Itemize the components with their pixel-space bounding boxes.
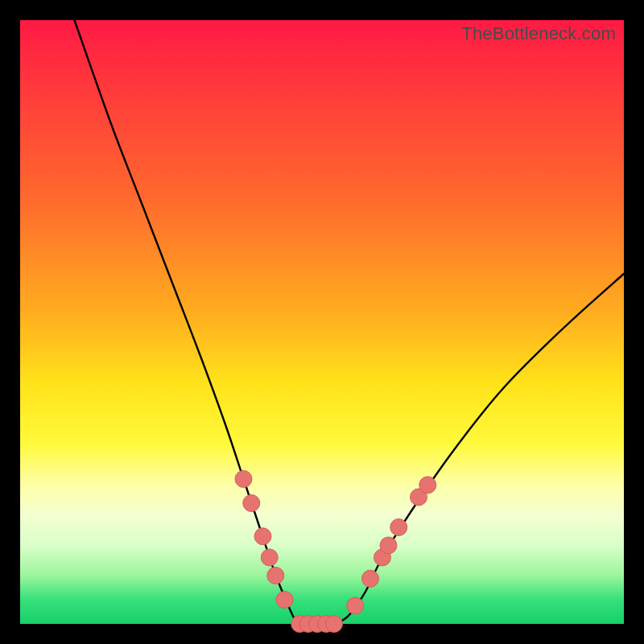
curve-marker: [419, 477, 436, 493]
bottleneck-curve-path: [75, 20, 625, 625]
curve-markers-group: [235, 471, 436, 633]
curve-marker: [267, 568, 284, 584]
chart-frame: TheBottleneck.com: [0, 0, 644, 644]
curve-marker: [390, 519, 407, 536]
bottleneck-curve-svg: [20, 20, 624, 624]
plot-area: TheBottleneck.com: [20, 20, 624, 624]
curve-marker: [254, 528, 271, 545]
curve-marker: [261, 549, 278, 566]
curve-marker: [347, 597, 364, 614]
curve-marker: [235, 471, 252, 488]
curve-marker: [326, 616, 343, 633]
curve-marker: [243, 495, 260, 512]
curve-marker: [276, 592, 293, 609]
curve-marker: [380, 537, 397, 554]
curve-marker: [362, 570, 379, 587]
